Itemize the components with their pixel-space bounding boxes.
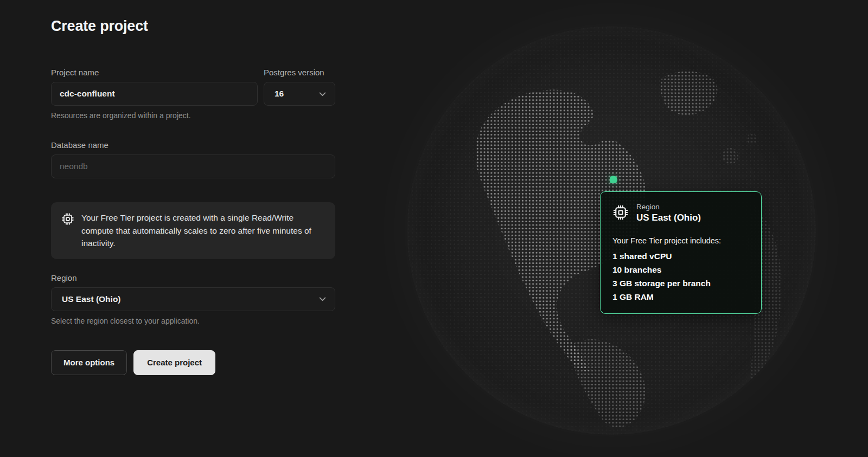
project-name-input[interactable]: [51, 82, 258, 106]
project-name-field: Project name: [51, 68, 258, 106]
database-name-field: Database name: [51, 140, 335, 178]
tooltip-include-item: 10 branches: [612, 263, 749, 276]
database-name-input[interactable]: [51, 155, 335, 178]
create-project-form: Create project Project name Postgres ver…: [51, 18, 335, 375]
region-select[interactable]: US East (Ohio): [51, 287, 335, 311]
region-helper: Select the region closest to your applic…: [51, 317, 335, 325]
tooltip-region-value: US East (Ohio): [636, 213, 701, 223]
chevron-down-icon: [318, 89, 327, 99]
tooltip-includes-list: 1 shared vCPU10 branches3 GB storage per…: [612, 249, 749, 304]
tooltip-include-item: 1 shared vCPU: [612, 249, 749, 263]
free-tier-note: Your Free Tier project is created with a…: [51, 202, 335, 259]
create-project-button[interactable]: Create project: [133, 350, 215, 375]
postgres-version-select[interactable]: 16: [264, 82, 335, 106]
tooltip-region-label: Region: [636, 203, 701, 211]
chevron-down-icon: [318, 294, 327, 304]
region-field: Region US East (Ohio) Select the region …: [51, 273, 335, 325]
tooltip-include-item: 1 GB RAM: [612, 290, 749, 304]
page-title: Create project: [51, 18, 335, 35]
cpu-chip-icon: [612, 204, 629, 221]
postgres-version-value: 16: [275, 89, 284, 99]
cpu-chip-icon: [61, 213, 74, 226]
region-value: US East (Ohio): [62, 294, 121, 304]
region-label: Region: [51, 273, 335, 282]
tooltip-include-item: 3 GB storage per branch: [612, 276, 749, 290]
region-tooltip: Region US East (Ohio) Your Free Tier pro…: [600, 191, 762, 314]
database-name-label: Database name: [51, 140, 335, 150]
more-options-button[interactable]: More options: [51, 350, 127, 375]
postgres-version-field: Postgres version 16: [264, 68, 335, 106]
tooltip-includes-heading: Your Free Tier project includes:: [612, 236, 749, 245]
postgres-version-label: Postgres version: [264, 68, 335, 77]
free-tier-note-text: Your Free Tier project is created with a…: [81, 211, 325, 250]
region-marker-dot: [610, 176, 617, 183]
project-name-helper: Resources are organized within a project…: [51, 111, 335, 120]
project-name-label: Project name: [51, 68, 258, 77]
